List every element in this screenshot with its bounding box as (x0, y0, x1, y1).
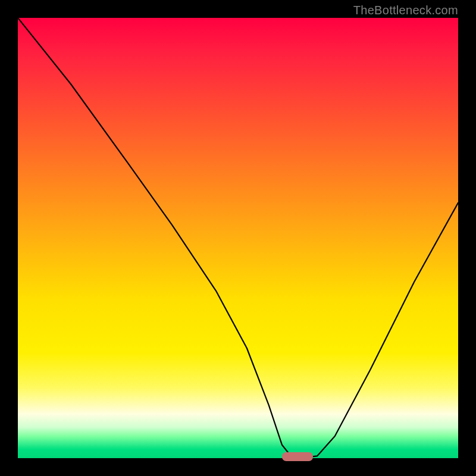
chart-container: TheBottleneck.com (0, 0, 476, 476)
bottleneck-curve (18, 18, 458, 458)
watermark-text: TheBottleneck.com (353, 4, 458, 17)
plot-area (18, 18, 458, 458)
optimal-marker (282, 452, 313, 461)
